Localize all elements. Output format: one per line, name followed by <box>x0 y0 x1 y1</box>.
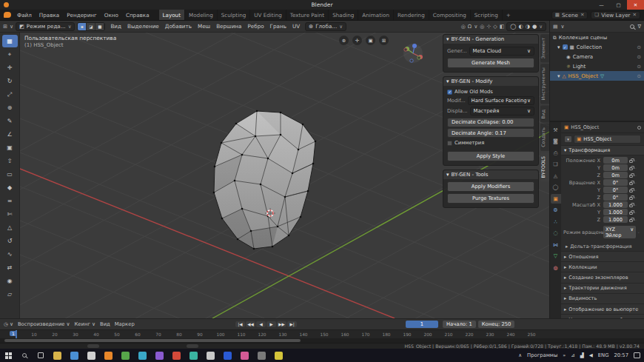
panel-header[interactable]: ▾ BY-GEN - Tools <box>443 170 538 179</box>
app-icon[interactable] <box>172 352 181 360</box>
animate-dot-icon[interactable]: ◦ <box>634 218 637 222</box>
tray-app-icon[interactable]: ⊿ <box>571 352 574 358</box>
proportional-editing-icon[interactable]: ◎ <box>480 24 484 30</box>
decimate-angle-slider[interactable]: Decimate Angle: 0.17 <box>447 128 534 138</box>
app-icon[interactable] <box>207 352 215 360</box>
outliner-row-scene-collection[interactable]: ⧉ Коллекция сцены <box>550 33 644 42</box>
camera-view-icon[interactable]: ▣ <box>366 36 375 45</box>
timeline-view-menu[interactable]: Вид <box>100 321 110 327</box>
properties-section-header[interactable]: ▸ Видимость <box>561 294 644 304</box>
transform-orientation-dropdown[interactable]: ⊕ Глоба... ∨ <box>305 22 346 31</box>
outliner-row-camera[interactable]: ◉ Camera ⊙ <box>550 52 644 61</box>
language-indicator[interactable]: ENG <box>598 352 609 358</box>
toolbar-chevron-icon[interactable]: » <box>563 352 566 358</box>
viewport-menu-item[interactable]: Меш <box>195 23 213 30</box>
eye-icon[interactable]: ⊙ <box>637 54 641 60</box>
delta-transform-header[interactable]: ▸ Дельта-трансформация <box>561 241 644 252</box>
scene-properties-tab[interactable]: ◬ <box>551 171 561 181</box>
frame-end-field[interactable]: Конец: 250 <box>478 321 515 328</box>
previous-keyframe-button[interactable]: ◀◀ <box>246 321 255 327</box>
app-icon[interactable] <box>258 352 266 360</box>
chevron-down-icon[interactable]: ∨ <box>539 24 543 30</box>
outliner-row-light[interactable]: ☼ Light ⊙ <box>550 61 644 71</box>
animate-dot-icon[interactable]: ◦ <box>634 173 637 178</box>
animate-dot-icon[interactable]: ◦ <box>634 203 637 207</box>
object-data-properties-tab[interactable]: ▽ <box>551 252 561 261</box>
notification-center-icon[interactable] <box>634 352 640 358</box>
outliner-row-collection[interactable]: ▾ ✓ ▦ Collection ⊙ <box>550 42 644 52</box>
properties-section-header[interactable]: ▸ Отображение во вьюпорте <box>561 304 644 315</box>
sidebar-tab[interactable]: Инструменты <box>540 64 549 104</box>
rendered-shading-icon[interactable]: ● <box>532 23 537 30</box>
tool-properties-tab[interactable]: ⚒ <box>551 125 561 135</box>
animate-dot-icon[interactable]: ◦ <box>634 188 637 192</box>
sidebar-tab[interactable]: BY-TOOLS <box>540 152 549 182</box>
modifier-properties-tab[interactable]: ⚙ <box>551 206 561 215</box>
workspace-tab[interactable]: UV Editing <box>250 10 286 20</box>
render-properties-tab[interactable]: ◙ <box>551 137 561 147</box>
add-workspace-button[interactable]: + <box>503 12 514 19</box>
menu-item[interactable]: Справка <box>122 12 153 19</box>
frame-start-field[interactable]: Начало: 1 <box>443 321 476 328</box>
modification-dropdown[interactable]: Hard Surface Faceting ∨ <box>468 96 534 105</box>
3d-viewport[interactable]: ▦ ⌖ ✛ ↻ ⤢ ⊕ ✎ ∠ ▣ ⇧ ▭ ◆ <box>0 33 549 318</box>
play-button[interactable]: ▶ <box>266 321 276 327</box>
viewport-menu-item[interactable]: Вид <box>107 23 124 30</box>
volume-icon[interactable]: ◀ <box>589 352 593 358</box>
search-icon[interactable] <box>630 24 634 29</box>
knife-tool-icon[interactable]: ✄ <box>2 208 18 221</box>
generation-type-dropdown[interactable]: Meta Cloud ∨ <box>469 47 534 56</box>
app-icon[interactable] <box>87 352 95 360</box>
transform-value-field[interactable]: 0° <box>603 179 628 186</box>
workspace-tab[interactable]: Scripting <box>471 10 503 20</box>
playback-menu[interactable]: Воспроизведение ∨ <box>18 321 70 327</box>
maximize-button[interactable]: ▢ <box>610 0 627 10</box>
viewport-menu-item[interactable]: Ребро <box>244 23 266 30</box>
eye-icon[interactable]: ⊙ <box>637 73 641 79</box>
apply-modifiers-button[interactable]: Apply Modifiers <box>447 181 534 192</box>
workspace-tab[interactable]: Rendering <box>394 10 429 20</box>
edge-slide-tool-icon[interactable]: ⇄ <box>2 261 18 274</box>
chevron-down-icon[interactable]: ∨ <box>474 24 477 30</box>
scale-tool-icon[interactable]: ⤢ <box>2 88 18 101</box>
browse-object-icon[interactable]: ▾ <box>564 135 572 143</box>
filter-funnel-icon[interactable]: ∇ <box>637 24 641 30</box>
constraints-properties-tab[interactable]: ⋈ <box>551 240 561 249</box>
output-properties-tab[interactable]: ⎙ <box>551 148 561 158</box>
world-properties-tab[interactable]: ◯ <box>551 183 561 192</box>
viewport-menu-item[interactable]: UV <box>289 23 303 30</box>
decimate-collapse-slider[interactable]: Decimate Collapse: 0.00 <box>447 118 534 127</box>
properties-section-header[interactable]: ▸ Отношения <box>561 252 644 262</box>
perspective-toggle-icon[interactable]: ⊞ <box>379 36 389 45</box>
workspace-tab[interactable]: Animation <box>358 10 394 20</box>
animate-dot-icon[interactable]: ◦ <box>634 166 637 170</box>
xray-toggle-icon[interactable]: ◧ <box>500 24 505 30</box>
menu-item[interactable]: Правка <box>36 12 63 19</box>
solid-shading-icon[interactable]: ◐ <box>518 23 523 30</box>
keying-menu[interactable]: Кеинг ∨ <box>75 321 95 327</box>
app-icon[interactable] <box>189 352 198 360</box>
object-properties-tab[interactable]: ▣ <box>551 194 561 204</box>
menu-item[interactable]: Рендеринг <box>63 12 101 19</box>
workspace-tab[interactable]: Layout <box>159 10 185 20</box>
wireframe-shading-icon[interactable]: ◯ <box>510 23 516 30</box>
view-layer-selector[interactable]: ❏ View Layer ✕ <box>591 11 640 19</box>
generate-mesh-button[interactable]: Generate Mesh <box>447 58 534 68</box>
workspace-tab[interactable]: Sculpting <box>218 10 251 20</box>
workspace-tab[interactable]: Shading <box>329 10 358 20</box>
timeline-editor-icon[interactable]: ◷ <box>4 321 8 327</box>
animate-dot-icon[interactable]: ◦ <box>637 230 640 235</box>
eye-icon[interactable]: ⊙ <box>637 64 641 70</box>
material-shading-icon[interactable]: ◑ <box>526 23 530 30</box>
clock-time[interactable]: 20:57 <box>614 352 628 358</box>
spin-tool-icon[interactable]: ↺ <box>2 235 18 247</box>
marker-menu[interactable]: Маркер <box>115 321 135 327</box>
animate-dot-icon[interactable]: ◦ <box>634 210 637 215</box>
properties-section-header[interactable]: ▸ Создание экземпляров <box>561 272 644 283</box>
app-icon[interactable] <box>275 352 283 360</box>
close-icon[interactable]: ✕ <box>633 12 637 18</box>
inset-faces-tool-icon[interactable]: ▭ <box>2 168 18 181</box>
blender-app-icon[interactable] <box>104 352 113 360</box>
view-layer-properties-tab[interactable]: ❏ <box>551 160 561 170</box>
next-keyframe-button[interactable]: ▶▶ <box>277 321 286 327</box>
